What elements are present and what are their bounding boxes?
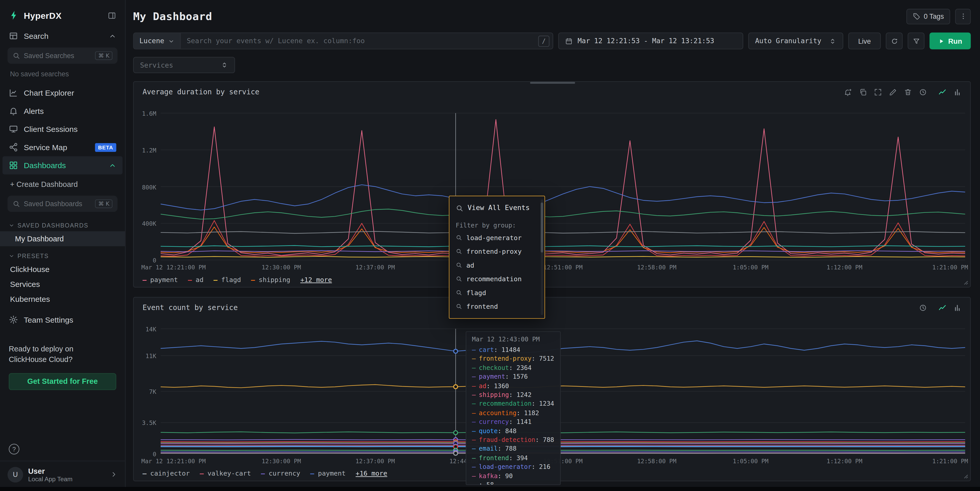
more-options-button[interactable]: [955, 8, 971, 24]
legend-item[interactable]: currency: [261, 469, 300, 477]
saved-dashboards-section-header[interactable]: SAVED DASHBOARDS: [0, 216, 125, 231]
live-button[interactable]: Live: [848, 32, 881, 49]
brand-name: HyperDX: [24, 10, 103, 20]
tags-button[interactable]: 0 Tags: [906, 8, 950, 24]
series-value: 788: [498, 445, 517, 454]
sidebar-item-clickhouse[interactable]: ClickHouse: [0, 262, 125, 277]
chart-plot-area[interactable]: 14K11K7K3.5K0 Mar 12 12:21:00 PM12:30:00…: [161, 329, 965, 454]
alert-add-icon[interactable]: [844, 88, 852, 96]
panel-resize-handle[interactable]: [963, 280, 969, 285]
legend-item[interactable]: payment: [142, 276, 178, 283]
legend-item[interactable]: payment: [310, 469, 346, 477]
panel-resize-handle[interactable]: [963, 473, 969, 479]
series-value: 1360: [487, 382, 509, 391]
saved-searches-input[interactable]: Saved Searches ⌘ K: [8, 48, 118, 64]
group-filter-item[interactable]: ad: [449, 258, 544, 272]
create-dashboard-button[interactable]: + Create Dashboard: [0, 174, 125, 193]
crosshair-dot: [454, 350, 458, 353]
collapse-sidebar-icon[interactable]: [107, 11, 116, 20]
saved-dashboards-input[interactable]: Saved Dashboards ⌘ K: [8, 195, 118, 212]
legend-more-link[interactable]: +16 more: [356, 469, 387, 477]
group-filter-item[interactable]: load-generator: [449, 230, 544, 244]
date-range-picker[interactable]: Mar 12 12:21:53 - Mar 12 13:21:53: [558, 32, 743, 49]
sidebar-item-kubernetes[interactable]: Kubernetes: [0, 292, 125, 307]
sidebar-item-chart-explorer[interactable]: Chart Explorer: [0, 84, 125, 102]
duplicate-icon[interactable]: [859, 88, 867, 96]
popup-scrollbar-thumb[interactable]: [541, 203, 543, 253]
sidebar: HyperDX Search Saved Searches ⌘ K No sav…: [0, 0, 126, 491]
bar-chart-toggle-icon[interactable]: [953, 303, 961, 311]
run-button[interactable]: Run: [930, 32, 971, 49]
panel-header: Event count by service: [134, 297, 970, 312]
series-value: 1141: [509, 418, 531, 427]
group-filter-item[interactable]: frontend-proxy: [449, 245, 544, 258]
services-filter-select[interactable]: Services: [133, 57, 235, 73]
chevron-up-icon[interactable]: [109, 32, 116, 40]
panel-header: Average duration by service: [134, 82, 970, 96]
panel-drag-handle[interactable]: [530, 82, 575, 84]
search-input[interactable]: Search your events w/ Lucene ex. column:…: [180, 37, 538, 45]
sidebar-item-my-dashboard[interactable]: My Dashboard: [0, 231, 125, 246]
legend-label: valkey-cart: [207, 469, 251, 477]
series-dash: [472, 436, 476, 445]
expand-icon[interactable]: [874, 88, 882, 96]
line-chart-toggle-icon[interactable]: [939, 303, 947, 311]
group-filter-item[interactable]: frontend: [449, 299, 544, 313]
user-menu[interactable]: U User Local App Team: [0, 461, 125, 491]
sidebar-item-label: Client Sessions: [24, 125, 77, 133]
legend-label: flagd: [221, 276, 241, 283]
series-dash: [472, 463, 476, 472]
refresh-button[interactable]: [886, 32, 903, 49]
series-name: cart: [479, 346, 494, 355]
filters-button[interactable]: [908, 32, 925, 49]
service-map-icon: [9, 142, 18, 152]
tooltip-row: recommendation 1234: [472, 400, 555, 409]
series-line-valkey-cart: [161, 445, 965, 445]
sidebar-item-team-settings[interactable]: Team Settings: [0, 311, 125, 329]
legend-item[interactable]: flagd: [214, 276, 241, 283]
header-actions: 0 Tags: [906, 8, 971, 24]
group-filter-item[interactable]: recommendation: [449, 272, 544, 286]
group-filter-label: ad: [466, 261, 474, 269]
bar-chart-toggle-icon[interactable]: [953, 88, 961, 96]
series-value: 788: [535, 436, 554, 445]
legend-item[interactable]: cainjector: [142, 469, 190, 477]
series-line-currency: [161, 443, 965, 444]
legend-more-link[interactable]: +12 more: [300, 276, 332, 283]
sidebar-item-service-map[interactable]: Service Map BETA: [0, 138, 125, 156]
time-icon[interactable]: [919, 303, 927, 311]
line-chart-toggle-icon[interactable]: [939, 88, 947, 96]
legend-item[interactable]: valkey-cart: [200, 469, 251, 477]
presets-section-header[interactable]: PRESETS: [0, 246, 125, 262]
series-value: 58: [479, 481, 494, 485]
time-icon[interactable]: [919, 88, 927, 96]
sidebar-item-client-sessions[interactable]: Client Sessions: [0, 120, 125, 138]
group-filter-item[interactable]: flagd: [449, 286, 544, 299]
services-filter-label: Services: [140, 61, 173, 69]
legend-item[interactable]: ad: [188, 276, 204, 283]
sidebar-item-search[interactable]: Search: [0, 27, 125, 45]
y-tick-label: 7K: [149, 389, 156, 395]
delete-icon[interactable]: [904, 88, 912, 96]
series-line-series-gray: [161, 231, 965, 234]
sidebar-item-services[interactable]: Services: [0, 277, 125, 292]
get-started-button[interactable]: Get Started for Free: [9, 373, 116, 390]
event-search-box[interactable]: Lucene Search your events w/ Lucene ex. …: [133, 32, 553, 49]
help-button[interactable]: ?: [9, 443, 19, 454]
query-language-dropdown[interactable]: Lucene: [134, 33, 180, 49]
series-dash: [472, 418, 476, 427]
x-tick-label: 1:12:00 PM: [827, 458, 862, 464]
sidebar-item-dashboards[interactable]: Dashboards: [3, 156, 123, 175]
series-dash: [472, 382, 476, 391]
view-all-events-item[interactable]: View All Events: [449, 199, 544, 217]
chevron-up-icon[interactable]: [109, 162, 116, 169]
search-icon: [456, 234, 462, 241]
kbd-hint: ⌘ K: [95, 200, 113, 208]
granularity-select[interactable]: Auto Granularity: [748, 32, 843, 49]
sidebar-item-alerts[interactable]: Alerts: [0, 102, 125, 120]
chart-plot-area[interactable]: 1.6M1.2M800K400K0 Mar 12 12:21:00 PM12:3…: [161, 113, 965, 260]
legend-item[interactable]: shipping: [251, 276, 290, 283]
series-line-series-green: [161, 209, 965, 219]
slash-shortcut-hint: /: [538, 35, 550, 46]
edit-icon[interactable]: [889, 88, 897, 96]
